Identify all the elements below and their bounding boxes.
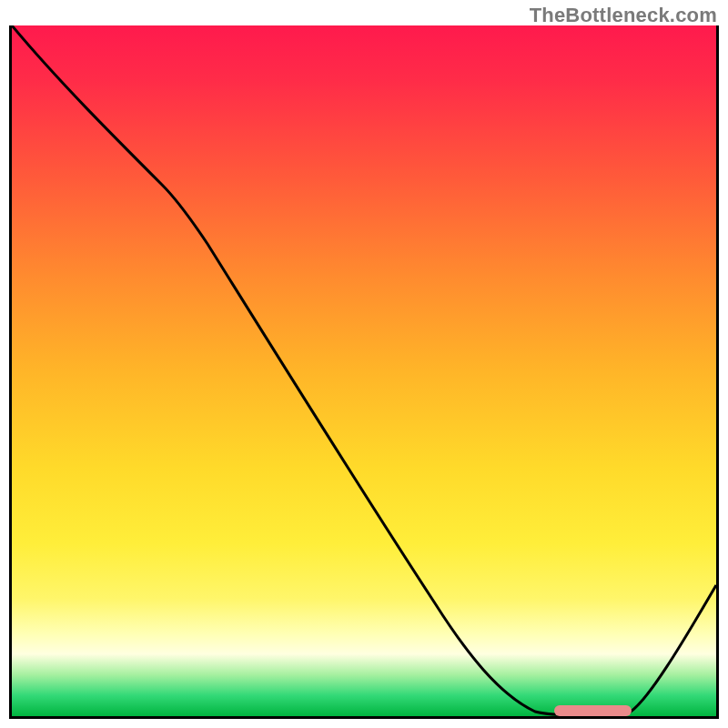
watermark-text: TheBottleneck.com (530, 4, 717, 27)
bottleneck-curve (12, 25, 716, 716)
curve-path (12, 25, 716, 715)
optimal-range-marker (554, 705, 632, 716)
chart-frame (9, 25, 719, 719)
